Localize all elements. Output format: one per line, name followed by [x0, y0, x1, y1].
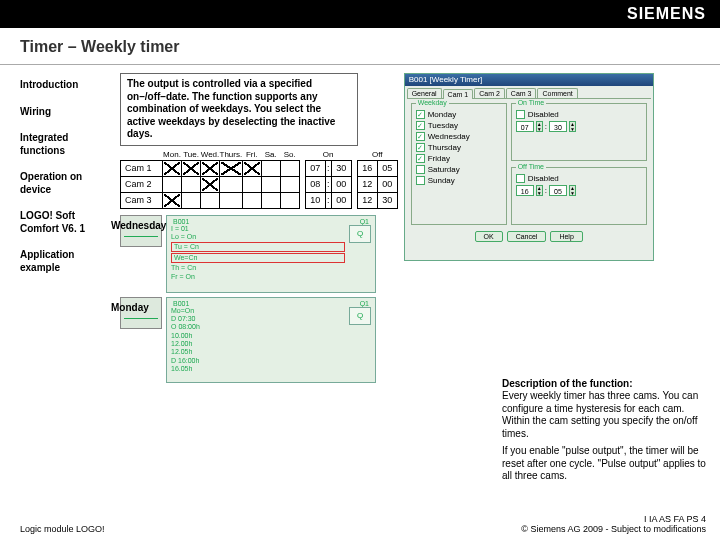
checkbox-on-disabled[interactable]	[516, 110, 525, 119]
day-header: Thurs.	[220, 150, 243, 161]
on-hour-input[interactable]: 07	[516, 121, 534, 132]
sidebar: Introduction Wiring Integrated functions…	[20, 73, 112, 383]
sidebar-item-logo-soft[interactable]: LOGO! Soft Comfort V6. 1	[20, 210, 112, 235]
footer-code: I IA AS FA PS 4	[521, 514, 706, 524]
footer: Logic module LOGO! I IA AS FA PS 4 © Sie…	[20, 514, 706, 534]
header-bar: SIEMENS	[0, 0, 720, 28]
checkbox-off-disabled[interactable]	[516, 174, 525, 183]
footer-copyright: © Siemens AG 2009 - Subject to modificat…	[521, 524, 706, 534]
cam-label: Cam 2	[121, 176, 163, 192]
page-title: Timer – Weekly timer	[20, 38, 700, 56]
on-time-group: On Time Disabled 07▲▼ : 30▲▼	[511, 103, 647, 161]
checkbox-friday[interactable]	[416, 154, 425, 163]
q-output: Q	[349, 307, 371, 325]
sidebar-item-introduction[interactable]: Introduction	[20, 79, 112, 92]
cam-label: Cam 3	[121, 192, 163, 208]
checkbox-sunday[interactable]	[416, 176, 425, 185]
ok-button[interactable]: OK	[475, 231, 503, 242]
wave-label: Wednesday	[111, 220, 166, 231]
tab-cam3[interactable]: Cam 3	[506, 88, 537, 98]
wave-label: Monday	[111, 302, 149, 313]
sidebar-item-wiring[interactable]: Wiring	[20, 106, 112, 119]
waveform-panel-2: Monday B001Q1 Mo=OnD 07:30 O 08:00h10.00…	[166, 297, 376, 383]
tab-general[interactable]: General	[407, 88, 442, 98]
description-panel: Description of the function: Every weekl…	[500, 372, 714, 488]
dialog-tabs: General Cam 1 Cam 2 Cam 3 Comment	[407, 88, 651, 99]
day-header: Sa.	[261, 150, 280, 161]
off-header: Off	[357, 150, 397, 161]
dialog-weekly-timer: B001 [Weekly Timer] General Cam 1 Cam 2 …	[404, 73, 654, 261]
on-header: On	[305, 150, 351, 161]
checkbox-tuesday[interactable]	[416, 121, 425, 130]
cam-label: Cam 1	[121, 160, 163, 176]
cancel-button[interactable]: Cancel	[507, 231, 547, 242]
checkbox-monday[interactable]	[416, 110, 425, 119]
tab-comment[interactable]: Comment	[537, 88, 577, 98]
table-row: Cam 3 10:00 1230	[121, 192, 398, 208]
dialog-title: B001 [Weekly Timer]	[405, 74, 653, 86]
tab-cam2[interactable]: Cam 2	[474, 88, 505, 98]
description-heading: Description of the function:	[502, 378, 706, 389]
brand-logo: SIEMENS	[627, 5, 706, 23]
description-p1: Every weekly timer has three cams. You c…	[502, 390, 706, 440]
spinner-icon[interactable]: ▲▼	[536, 185, 543, 196]
spinner-icon[interactable]: ▲▼	[569, 121, 576, 132]
footer-left: Logic module LOGO!	[20, 524, 105, 534]
weekday-group: Weekday Monday Tuesday Wednesday Thursda…	[411, 103, 507, 225]
table-row: Cam 2 08:00 1200	[121, 176, 398, 192]
sidebar-item-integrated-functions[interactable]: Integrated functions	[20, 132, 112, 157]
on-min-input[interactable]: 30	[549, 121, 567, 132]
off-time-group: Off Time Disabled 16▲▼ : 05▲▼	[511, 167, 647, 225]
intro-text: The output is controlled via a specified…	[120, 73, 358, 146]
main-area: The output is controlled via a specified…	[120, 73, 708, 383]
title-bar: Timer – Weekly timer	[0, 28, 720, 65]
sidebar-item-operation[interactable]: Operation on device	[20, 171, 112, 196]
checkbox-saturday[interactable]	[416, 165, 425, 174]
table-row: Cam 1 07:30 1605	[121, 160, 398, 176]
help-button[interactable]: Help	[550, 231, 582, 242]
description-p2: If you enable "pulse output", the timer …	[502, 445, 706, 483]
spinner-icon[interactable]: ▲▼	[536, 121, 543, 132]
day-header: Tue.	[182, 150, 201, 161]
off-min-input[interactable]: 05	[549, 185, 567, 196]
checkbox-thursday[interactable]	[416, 143, 425, 152]
day-header: Mon.	[163, 150, 182, 161]
day-header: Wed.	[201, 150, 220, 161]
tab-cam1[interactable]: Cam 1	[443, 89, 474, 99]
day-header: Fri.	[242, 150, 261, 161]
off-hour-input[interactable]: 16	[516, 185, 534, 196]
waveform-panel-1: Wednesday B001Q1 I = 01Lo = On Tu = Cn W…	[166, 215, 376, 293]
q-output: Q	[349, 225, 371, 243]
cam-table: Mon. Tue. Wed. Thurs. Fri. Sa. So. On Of…	[120, 150, 398, 209]
checkbox-wednesday[interactable]	[416, 132, 425, 141]
spinner-icon[interactable]: ▲▼	[569, 185, 576, 196]
sidebar-item-application-example[interactable]: Application example	[20, 249, 112, 274]
day-header: So.	[280, 150, 299, 161]
